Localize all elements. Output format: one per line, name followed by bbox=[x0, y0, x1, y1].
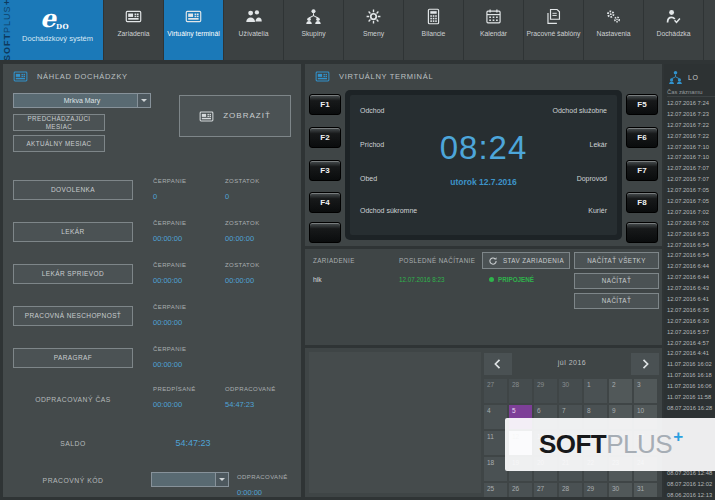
calendar-day[interactable]: 30 bbox=[559, 379, 582, 403]
terminal-action-label: Doprovod bbox=[577, 175, 607, 182]
fkey-f7[interactable]: F7 bbox=[626, 160, 658, 181]
fkey-f3[interactable]: F3 bbox=[309, 160, 341, 181]
fkey-f2[interactable]: F2 bbox=[309, 127, 341, 148]
benefit-button-dovolenka[interactable]: DOVOLENKA bbox=[13, 180, 133, 200]
read-all-button[interactable]: NAČÍTAŤ VŠETKY bbox=[574, 252, 659, 269]
col-value: 00:00:00 bbox=[153, 360, 182, 369]
calendar-title: júl 2016 bbox=[515, 359, 629, 366]
benefit-button-lekar-sprievod[interactable]: LEKÁR SPRIEVOD bbox=[13, 264, 133, 284]
saldo-label: SALDO bbox=[13, 440, 133, 447]
edo-logo: eDO bbox=[40, 4, 69, 33]
tab-pracovne-sablony[interactable]: Pracovné šablóny bbox=[523, 0, 583, 60]
read-device-button[interactable]: NAČÍTAŤ bbox=[574, 293, 659, 309]
log-row: 12.07.2016 7:10 bbox=[667, 142, 715, 153]
benefit-button-paragraf[interactable]: PARAGRAF bbox=[13, 348, 133, 368]
log-row: 11.07.2016 16:06 bbox=[667, 381, 715, 392]
calendar-day[interactable]: 4 bbox=[484, 405, 507, 429]
log-row: 12.07.2016 4:57 bbox=[667, 338, 715, 349]
terminal-icon bbox=[315, 69, 330, 84]
calendar-icon bbox=[485, 8, 502, 25]
work-code-select[interactable] bbox=[151, 472, 229, 487]
col-label: ČERPANIE bbox=[153, 220, 186, 226]
tab-bilancie[interactable]: Bilancie bbox=[403, 0, 463, 60]
current-month-button[interactable]: AKTUÁLNY MESIAC bbox=[13, 135, 105, 152]
watermark-soft: SOFT bbox=[539, 429, 606, 460]
calendar-day[interactable]: 29 bbox=[534, 379, 557, 403]
col-label: ČERPANIE bbox=[153, 304, 186, 310]
fkey-blank[interactable] bbox=[626, 222, 658, 243]
calendar-day[interactable]: 1 bbox=[584, 379, 607, 403]
benefit-button-lekar[interactable]: LEKÁR bbox=[13, 222, 133, 242]
device-icon bbox=[125, 8, 142, 25]
log-row: 12.07.2016 6:41 bbox=[667, 294, 715, 305]
softplus-vertical-logo: SOFTPLUS+ bbox=[0, 0, 14, 60]
fkey-f1[interactable]: F1 bbox=[309, 94, 341, 115]
tab-label: Kalendár bbox=[478, 30, 509, 39]
log-row: 12.07.2016 5:57 bbox=[667, 327, 715, 338]
calendar-day[interactable]: 30 bbox=[609, 483, 632, 497]
tab-kalendar[interactable]: Kalendár bbox=[463, 0, 523, 60]
empty-list-area bbox=[309, 352, 481, 493]
attendance-icon bbox=[665, 8, 682, 25]
fkey-f8[interactable]: F8 bbox=[626, 192, 658, 213]
calendar-day[interactable]: 11 bbox=[484, 431, 507, 455]
employee-select[interactable]: Mrkva Mary bbox=[13, 93, 151, 108]
calendar-day[interactable]: 27 bbox=[484, 379, 507, 403]
softplus-watermark: SOFT PLUS + bbox=[505, 418, 715, 471]
terminal-display: 08:24 utorok 12.7.2016 OdchodPríchodObed… bbox=[350, 95, 617, 235]
app-root: SOFTPLUS+ eDO Dochádzkový systém Zariade… bbox=[0, 0, 715, 500]
virtual-terminal-panel: VIRTUÁLNY TERMINÁL F1F2F3F4 F5F6F7F8 08:… bbox=[305, 64, 662, 246]
prescribed-label: PREDPÍSANÉ bbox=[153, 386, 196, 392]
tab-smeny[interactable]: Smeny bbox=[343, 0, 403, 60]
fkey-f5[interactable]: F5 bbox=[626, 94, 658, 115]
work-code-value: 0:00:00 bbox=[237, 488, 262, 497]
device-status: PRIPOJENÉ bbox=[489, 276, 534, 283]
log-row: 12.07.2016 7:02 bbox=[667, 218, 715, 229]
fkey-f4[interactable]: F4 bbox=[309, 192, 341, 213]
calendar-day[interactable]: 18 bbox=[484, 457, 507, 481]
prev-month-button[interactable]: PREDCHÁDZAJÚCI MESIAC bbox=[13, 114, 105, 131]
log-row: 12.07.2016 7:22 bbox=[667, 120, 715, 131]
groups-icon bbox=[305, 8, 322, 25]
device-status-button[interactable]: STAV ZARIADENIA bbox=[482, 252, 570, 269]
calendar-next-button[interactable] bbox=[631, 353, 659, 375]
tab-virtualny-terminal[interactable]: Virtuálny terminál bbox=[163, 0, 223, 60]
benefit-button-pracovna-neschopnost[interactable]: PRACOVNÁ NESCHOPNOSŤ bbox=[13, 306, 133, 326]
calendar-day[interactable]: 25 bbox=[484, 483, 507, 497]
show-button[interactable]: ZOBRAZIŤ bbox=[179, 95, 291, 137]
col-value: 00:00:00 bbox=[225, 234, 254, 243]
tab-bar: ZariadeniaVirtuálny terminálUžívateliaSk… bbox=[103, 0, 715, 60]
calendar-day[interactable]: 31 bbox=[634, 483, 657, 497]
log-row: 12.07.2016 6:30 bbox=[667, 316, 715, 327]
tab-nastavenia[interactable]: Nastavenia bbox=[583, 0, 643, 60]
tab-skupiny[interactable]: Skupiny bbox=[283, 0, 343, 60]
tab-label: Pracovné šablóny bbox=[524, 30, 582, 39]
calendar-day[interactable]: 28 bbox=[509, 379, 532, 403]
terminal-clock: 08:24 bbox=[350, 129, 617, 167]
log-row: 12.07.2016 7:02 bbox=[667, 207, 715, 218]
calendar-day[interactable]: 26 bbox=[509, 483, 532, 497]
chevron-right-icon bbox=[639, 358, 651, 370]
brand-vertical-bold: SOFT bbox=[2, 33, 12, 60]
col-value: 00:00:00 bbox=[153, 318, 182, 327]
col-last-read: POSLEDNÉ NAČÍTANIE bbox=[399, 257, 475, 264]
read-device-button[interactable]: NAČÍTAŤ bbox=[574, 273, 659, 289]
terminal-panel-header: VIRTUÁLNY TERMINÁL bbox=[305, 64, 662, 88]
calendar-prev-button[interactable] bbox=[484, 353, 512, 375]
tab-dochadzka[interactable]: Dochádzka bbox=[643, 0, 703, 60]
tab-zariadenia[interactable]: Zariadenia bbox=[103, 0, 163, 60]
calendar-day[interactable]: 3 bbox=[634, 379, 657, 403]
fkey-blank[interactable] bbox=[309, 222, 341, 243]
log-row: 12.07.2016 6:53 bbox=[667, 229, 715, 240]
col-label: ČERPANIE bbox=[153, 346, 186, 352]
calendar-day[interactable]: 28 bbox=[559, 483, 582, 497]
tab-label: Zariadenia bbox=[115, 30, 151, 39]
calendar-day[interactable]: 2 bbox=[609, 379, 632, 403]
calendar-day[interactable]: 29 bbox=[584, 483, 607, 497]
col-label: ČERPANIE bbox=[153, 178, 186, 184]
tab-uzivatelia[interactable]: Užívatelia bbox=[223, 0, 283, 60]
device-status-value: PRIPOJENÉ bbox=[498, 276, 534, 283]
calendar-day[interactable]: 27 bbox=[534, 483, 557, 497]
fkey-f6[interactable]: F6 bbox=[626, 127, 658, 148]
tab-prehlady[interactable]: Prehľady bbox=[703, 0, 715, 60]
